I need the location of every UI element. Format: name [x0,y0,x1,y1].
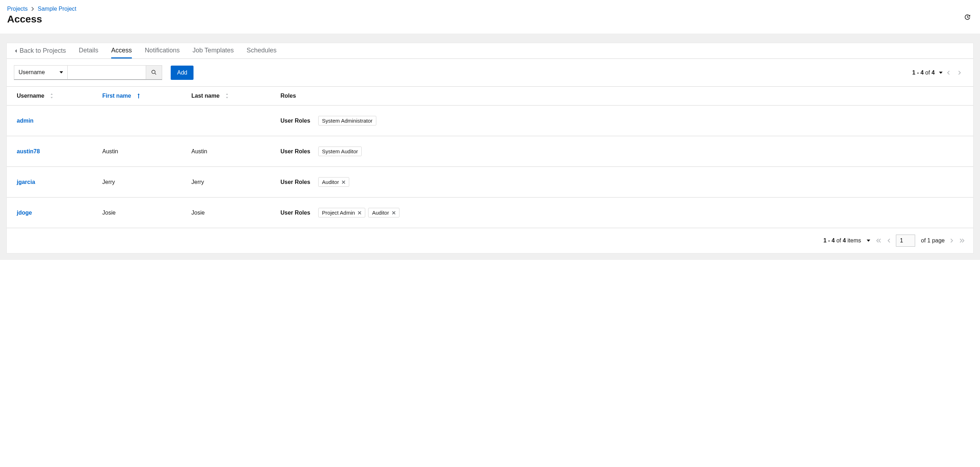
last-name-cell: Jerry [191,179,280,185]
footer-of: of [836,237,841,244]
remove-role-button[interactable] [342,180,345,184]
top-pager-next[interactable] [958,70,966,75]
close-icon [392,211,396,215]
prev-page-button[interactable] [887,239,890,243]
sort-icon [50,93,54,99]
filter-attribute-value: Username [19,69,45,76]
role-chip: Auditor [368,208,399,217]
role-chip-label: Project Admin [322,210,355,216]
search-button[interactable] [146,65,162,80]
breadcrumb: Projects Sample Project [7,6,973,12]
username-link[interactable]: admin [17,118,33,124]
table-header: Username First name Last name [7,86,973,105]
tab-details[interactable]: Details [79,43,99,59]
toolbar: Username Add 1 - 4 of 4 [7,59,973,86]
breadcrumb-root-link[interactable]: Projects [7,6,28,12]
tab-notifications[interactable]: Notifications [145,43,180,59]
next-page-button[interactable] [950,239,953,243]
user-roles-label: User Roles [280,118,310,124]
footer-items-menu[interactable] [867,239,870,242]
top-pager-prev[interactable] [947,70,954,75]
page-number-input[interactable] [896,234,915,247]
top-pager: 1 - 4 of 4 [912,70,966,76]
page-total-text: of 1 page [921,237,945,244]
first-page-button[interactable] [876,239,881,243]
caret-down-icon [59,71,63,73]
last-name-cell: Austin [191,148,280,155]
last-name-cell: Josie [191,210,280,216]
footer-pager: 1 - 4 of 4 items of 1 page [7,228,973,253]
first-name-cell: Jerry [102,179,191,185]
username-link[interactable]: jgarcia [17,179,35,185]
user-roles-label: User Roles [280,148,310,155]
user-roles-label: User Roles [280,210,310,216]
footer-range: 1 - 4 [823,237,835,244]
chevron-right-icon [31,7,34,11]
top-pager-of: of [925,70,930,76]
chevron-right-icon [958,70,961,75]
column-first-name[interactable]: First name [102,93,191,99]
tab-schedules[interactable]: Schedules [247,43,277,59]
page-title: Access [7,14,973,25]
tabs: Back to Projects Details Access Notifica… [7,43,973,59]
first-name-cell: Austin [102,148,191,155]
sort-asc-icon [137,93,140,99]
footer-items-word: items [848,237,861,244]
breadcrumb-current-link[interactable]: Sample Project [38,6,76,12]
close-icon [358,211,361,215]
caret-down-icon [939,72,943,74]
tab-access[interactable]: Access [111,43,132,59]
top-pager-menu[interactable] [939,72,943,74]
close-icon [342,180,345,184]
column-first-name-label: First name [102,93,131,99]
first-name-cell: Josie [102,210,191,216]
column-username[interactable]: Username [17,93,102,99]
table-row: jdogeJosieJosieUser RolesProject AdminAu… [7,198,973,228]
table-row: jgarciaJerryJerryUser RolesAuditor [7,167,973,198]
role-chip-label: System Auditor [322,148,358,155]
search-icon [151,70,157,75]
caret-left-icon [14,49,18,53]
role-chip: System Auditor [318,147,362,156]
access-panel: Back to Projects Details Access Notifica… [6,43,974,253]
username-link[interactable]: jdoge [17,210,32,216]
chevron-left-icon [947,70,950,75]
remove-role-button[interactable] [358,211,361,215]
chevron-right-icon [950,239,953,243]
back-to-projects-link[interactable]: Back to Projects [14,47,66,54]
role-chip: System Administrator [318,116,377,126]
role-chip-label: Auditor [322,179,339,185]
role-chip: Project Admin [318,208,366,217]
column-last-name[interactable]: Last name [191,93,280,99]
footer-total: 4 [843,237,846,244]
chevron-left-icon [887,239,890,243]
history-button[interactable] [961,11,973,23]
table-row: adminUser RolesSystem Administrator [7,105,973,136]
top-pager-range: 1 - 4 [912,70,924,76]
table-row: austin78AustinAustinUser RolesSystem Aud… [7,136,973,167]
column-roles: Roles [280,93,963,99]
column-last-name-label: Last name [191,93,220,99]
column-roles-label: Roles [280,93,296,99]
username-link[interactable]: austin78 [17,148,40,155]
last-page-button[interactable] [960,239,965,243]
add-button[interactable]: Add [171,65,194,80]
role-chip-label: System Administrator [322,118,373,124]
caret-down-icon [867,239,870,242]
tab-job-templates[interactable]: Job Templates [192,43,234,59]
filter-attribute-select[interactable]: Username [14,65,67,80]
role-chip-label: Auditor [372,210,389,216]
search-input[interactable] [67,65,146,80]
sort-icon [225,93,229,99]
history-icon [964,13,971,21]
column-username-label: Username [17,93,44,99]
user-roles-label: User Roles [280,179,310,185]
filter-group: Username [14,65,162,80]
role-chip: Auditor [318,177,350,187]
double-chevron-left-icon [876,239,881,243]
back-to-projects-label: Back to Projects [20,47,66,54]
remove-role-button[interactable] [392,211,396,215]
top-pager-total: 4 [932,70,935,76]
double-chevron-right-icon [960,239,965,243]
access-table: Username First name Last name [7,86,973,228]
